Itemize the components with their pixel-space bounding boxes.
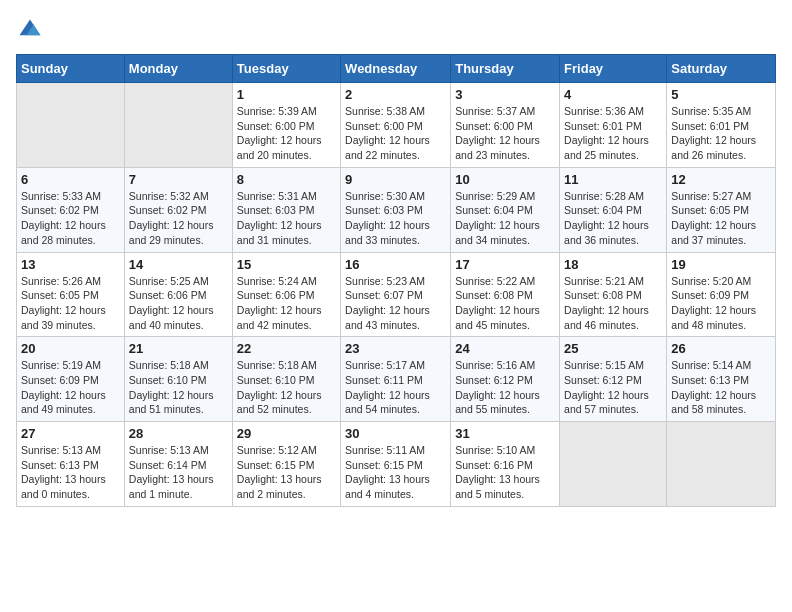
day-number: 12 xyxy=(671,172,771,187)
calendar-day-cell: 6Sunrise: 5:33 AMSunset: 6:02 PMDaylight… xyxy=(17,167,125,252)
day-info: Sunrise: 5:23 AMSunset: 6:07 PMDaylight:… xyxy=(345,274,446,333)
day-number: 17 xyxy=(455,257,555,272)
day-info: Sunrise: 5:12 AMSunset: 6:15 PMDaylight:… xyxy=(237,443,336,502)
day-info: Sunrise: 5:15 AMSunset: 6:12 PMDaylight:… xyxy=(564,358,662,417)
calendar-day-cell: 2Sunrise: 5:38 AMSunset: 6:00 PMDaylight… xyxy=(341,83,451,168)
calendar-day-cell: 4Sunrise: 5:36 AMSunset: 6:01 PMDaylight… xyxy=(560,83,667,168)
calendar-day-cell: 22Sunrise: 5:18 AMSunset: 6:10 PMDayligh… xyxy=(232,337,340,422)
day-info: Sunrise: 5:27 AMSunset: 6:05 PMDaylight:… xyxy=(671,189,771,248)
calendar-day-cell: 26Sunrise: 5:14 AMSunset: 6:13 PMDayligh… xyxy=(667,337,776,422)
day-number: 8 xyxy=(237,172,336,187)
calendar-day-cell: 29Sunrise: 5:12 AMSunset: 6:15 PMDayligh… xyxy=(232,422,340,507)
calendar-table: SundayMondayTuesdayWednesdayThursdayFrid… xyxy=(16,54,776,507)
day-info: Sunrise: 5:22 AMSunset: 6:08 PMDaylight:… xyxy=(455,274,555,333)
weekday-header-thursday: Thursday xyxy=(451,55,560,83)
day-number: 31 xyxy=(455,426,555,441)
day-info: Sunrise: 5:36 AMSunset: 6:01 PMDaylight:… xyxy=(564,104,662,163)
day-number: 29 xyxy=(237,426,336,441)
calendar-day-cell: 13Sunrise: 5:26 AMSunset: 6:05 PMDayligh… xyxy=(17,252,125,337)
day-info: Sunrise: 5:28 AMSunset: 6:04 PMDaylight:… xyxy=(564,189,662,248)
calendar-week-row: 13Sunrise: 5:26 AMSunset: 6:05 PMDayligh… xyxy=(17,252,776,337)
day-number: 30 xyxy=(345,426,446,441)
day-number: 28 xyxy=(129,426,228,441)
weekday-header-saturday: Saturday xyxy=(667,55,776,83)
logo-icon xyxy=(16,16,44,44)
day-number: 10 xyxy=(455,172,555,187)
day-info: Sunrise: 5:11 AMSunset: 6:15 PMDaylight:… xyxy=(345,443,446,502)
logo xyxy=(16,16,48,44)
calendar-day-cell: 27Sunrise: 5:13 AMSunset: 6:13 PMDayligh… xyxy=(17,422,125,507)
calendar-week-row: 20Sunrise: 5:19 AMSunset: 6:09 PMDayligh… xyxy=(17,337,776,422)
calendar-header: SundayMondayTuesdayWednesdayThursdayFrid… xyxy=(17,55,776,83)
calendar-day-cell: 3Sunrise: 5:37 AMSunset: 6:00 PMDaylight… xyxy=(451,83,560,168)
calendar-day-cell: 11Sunrise: 5:28 AMSunset: 6:04 PMDayligh… xyxy=(560,167,667,252)
day-info: Sunrise: 5:17 AMSunset: 6:11 PMDaylight:… xyxy=(345,358,446,417)
calendar-day-cell: 8Sunrise: 5:31 AMSunset: 6:03 PMDaylight… xyxy=(232,167,340,252)
calendar-week-row: 6Sunrise: 5:33 AMSunset: 6:02 PMDaylight… xyxy=(17,167,776,252)
day-info: Sunrise: 5:25 AMSunset: 6:06 PMDaylight:… xyxy=(129,274,228,333)
day-number: 23 xyxy=(345,341,446,356)
calendar-day-cell: 24Sunrise: 5:16 AMSunset: 6:12 PMDayligh… xyxy=(451,337,560,422)
day-info: Sunrise: 5:18 AMSunset: 6:10 PMDaylight:… xyxy=(129,358,228,417)
weekday-header-row: SundayMondayTuesdayWednesdayThursdayFrid… xyxy=(17,55,776,83)
day-info: Sunrise: 5:16 AMSunset: 6:12 PMDaylight:… xyxy=(455,358,555,417)
day-number: 19 xyxy=(671,257,771,272)
day-info: Sunrise: 5:21 AMSunset: 6:08 PMDaylight:… xyxy=(564,274,662,333)
day-info: Sunrise: 5:31 AMSunset: 6:03 PMDaylight:… xyxy=(237,189,336,248)
day-number: 14 xyxy=(129,257,228,272)
weekday-header-sunday: Sunday xyxy=(17,55,125,83)
calendar-day-cell xyxy=(17,83,125,168)
calendar-day-cell: 12Sunrise: 5:27 AMSunset: 6:05 PMDayligh… xyxy=(667,167,776,252)
day-number: 18 xyxy=(564,257,662,272)
day-number: 5 xyxy=(671,87,771,102)
calendar-week-row: 27Sunrise: 5:13 AMSunset: 6:13 PMDayligh… xyxy=(17,422,776,507)
day-number: 4 xyxy=(564,87,662,102)
calendar-day-cell: 18Sunrise: 5:21 AMSunset: 6:08 PMDayligh… xyxy=(560,252,667,337)
day-number: 25 xyxy=(564,341,662,356)
day-number: 2 xyxy=(345,87,446,102)
page-header xyxy=(16,16,776,44)
day-info: Sunrise: 5:38 AMSunset: 6:00 PMDaylight:… xyxy=(345,104,446,163)
calendar-day-cell xyxy=(560,422,667,507)
day-number: 26 xyxy=(671,341,771,356)
day-number: 11 xyxy=(564,172,662,187)
calendar-day-cell: 23Sunrise: 5:17 AMSunset: 6:11 PMDayligh… xyxy=(341,337,451,422)
day-number: 6 xyxy=(21,172,120,187)
weekday-header-tuesday: Tuesday xyxy=(232,55,340,83)
calendar-day-cell: 19Sunrise: 5:20 AMSunset: 6:09 PMDayligh… xyxy=(667,252,776,337)
day-info: Sunrise: 5:24 AMSunset: 6:06 PMDaylight:… xyxy=(237,274,336,333)
weekday-header-friday: Friday xyxy=(560,55,667,83)
day-number: 15 xyxy=(237,257,336,272)
day-info: Sunrise: 5:19 AMSunset: 6:09 PMDaylight:… xyxy=(21,358,120,417)
day-number: 9 xyxy=(345,172,446,187)
day-number: 27 xyxy=(21,426,120,441)
day-info: Sunrise: 5:26 AMSunset: 6:05 PMDaylight:… xyxy=(21,274,120,333)
day-number: 24 xyxy=(455,341,555,356)
day-info: Sunrise: 5:13 AMSunset: 6:13 PMDaylight:… xyxy=(21,443,120,502)
day-info: Sunrise: 5:35 AMSunset: 6:01 PMDaylight:… xyxy=(671,104,771,163)
calendar-day-cell: 31Sunrise: 5:10 AMSunset: 6:16 PMDayligh… xyxy=(451,422,560,507)
day-info: Sunrise: 5:20 AMSunset: 6:09 PMDaylight:… xyxy=(671,274,771,333)
day-number: 16 xyxy=(345,257,446,272)
day-info: Sunrise: 5:13 AMSunset: 6:14 PMDaylight:… xyxy=(129,443,228,502)
calendar-day-cell: 15Sunrise: 5:24 AMSunset: 6:06 PMDayligh… xyxy=(232,252,340,337)
day-number: 22 xyxy=(237,341,336,356)
calendar-day-cell: 25Sunrise: 5:15 AMSunset: 6:12 PMDayligh… xyxy=(560,337,667,422)
calendar-day-cell: 16Sunrise: 5:23 AMSunset: 6:07 PMDayligh… xyxy=(341,252,451,337)
calendar-day-cell: 17Sunrise: 5:22 AMSunset: 6:08 PMDayligh… xyxy=(451,252,560,337)
calendar-day-cell: 14Sunrise: 5:25 AMSunset: 6:06 PMDayligh… xyxy=(124,252,232,337)
weekday-header-monday: Monday xyxy=(124,55,232,83)
day-info: Sunrise: 5:10 AMSunset: 6:16 PMDaylight:… xyxy=(455,443,555,502)
day-info: Sunrise: 5:39 AMSunset: 6:00 PMDaylight:… xyxy=(237,104,336,163)
day-info: Sunrise: 5:37 AMSunset: 6:00 PMDaylight:… xyxy=(455,104,555,163)
calendar-day-cell: 20Sunrise: 5:19 AMSunset: 6:09 PMDayligh… xyxy=(17,337,125,422)
weekday-header-wednesday: Wednesday xyxy=(341,55,451,83)
calendar-day-cell xyxy=(667,422,776,507)
day-info: Sunrise: 5:32 AMSunset: 6:02 PMDaylight:… xyxy=(129,189,228,248)
calendar-day-cell: 1Sunrise: 5:39 AMSunset: 6:00 PMDaylight… xyxy=(232,83,340,168)
day-info: Sunrise: 5:33 AMSunset: 6:02 PMDaylight:… xyxy=(21,189,120,248)
calendar-week-row: 1Sunrise: 5:39 AMSunset: 6:00 PMDaylight… xyxy=(17,83,776,168)
calendar-day-cell: 21Sunrise: 5:18 AMSunset: 6:10 PMDayligh… xyxy=(124,337,232,422)
day-number: 13 xyxy=(21,257,120,272)
day-number: 1 xyxy=(237,87,336,102)
